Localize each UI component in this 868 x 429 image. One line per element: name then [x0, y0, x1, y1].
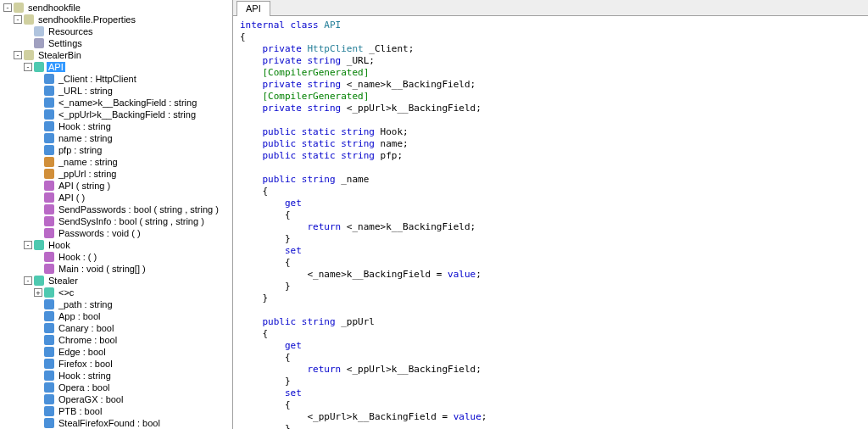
tree-label[interactable]: StealerBin: [36, 50, 83, 60]
code-token: {: [240, 328, 268, 339]
tree-label[interactable]: Hook : ( ): [57, 252, 98, 262]
ns-stealerbin[interactable]: -StealerBin: [3, 49, 232, 61]
code-line: public static string Hook;: [240, 126, 409, 137]
tree-label[interactable]: Hook: [47, 240, 72, 250]
code-token: [240, 387, 285, 398]
tree-label[interactable]: SendPasswords : bool ( string , string ): [57, 204, 220, 214]
code-view[interactable]: internal class API { private HttpClient …: [233, 16, 868, 429]
prp-ppurl[interactable]: _ppUrl : string: [3, 168, 232, 180]
tree-pane[interactable]: -sendhookfile-sendhookfile.Properties Re…: [0, 0, 233, 429]
fld-hook[interactable]: Hook : string: [3, 120, 232, 132]
toggle-icon[interactable]: -: [24, 276, 32, 285]
code-line: private HttpClient _Client;: [240, 43, 414, 54]
fld-canary[interactable]: Canary : bool: [3, 322, 232, 334]
fld-pfp[interactable]: pfp : string: [3, 144, 232, 156]
code-token: }: [240, 292, 268, 304]
fld-client[interactable]: _Client : HttpClient: [3, 73, 232, 85]
code-token: private: [263, 43, 308, 54]
mth-sendsysinfo[interactable]: SendSysInfo : bool ( string , string ): [3, 215, 232, 227]
toggle-icon[interactable]: -: [24, 63, 32, 71]
fld-name[interactable]: name : string: [3, 132, 232, 144]
tree-label[interactable]: API: [47, 62, 65, 72]
class-hook[interactable]: -Hook: [3, 239, 232, 251]
toggle-icon[interactable]: -: [14, 15, 22, 24]
fld-firefox[interactable]: Firefox : bool: [3, 358, 232, 370]
fld-ppurl-bk[interactable]: <_ppUrl>k__BackingField : string: [3, 109, 232, 120]
ctor-hook[interactable]: Hook : ( ): [3, 251, 232, 263]
fld-hook2[interactable]: Hook : string: [3, 370, 232, 382]
fld-operagx[interactable]: OperaGX : bool: [3, 393, 232, 405]
ns-sendhookfile[interactable]: -sendhookfile: [3, 2, 232, 14]
mth-passwords[interactable]: Passwords : void ( ): [3, 227, 232, 239]
tree-label[interactable]: Stealer: [47, 276, 80, 286]
fld-icon: [44, 418, 54, 428]
tree-label[interactable]: API ( ): [57, 192, 86, 203]
fld-name-bk[interactable]: <_name>k__BackingField : string: [3, 97, 232, 109]
fld-ff-found[interactable]: StealFirefoxFound : bool: [3, 417, 232, 429]
tree-label[interactable]: API ( string ): [57, 181, 112, 191]
mth-icon: [44, 204, 54, 214]
toggle-icon[interactable]: -: [14, 51, 22, 59]
tree-label[interactable]: _ppUrl : string: [57, 169, 118, 179]
tree-label[interactable]: _Client : HttpClient: [57, 74, 138, 84]
tree-label[interactable]: sendhookfile.Properties: [36, 14, 137, 25]
tree-label[interactable]: Main : void ( string[] ): [57, 264, 147, 274]
tree-label[interactable]: <_name>k__BackingField : string: [57, 98, 198, 108]
fld-ptb[interactable]: PTB : bool: [3, 405, 232, 417]
tree-label[interactable]: Chrome : bool: [57, 335, 119, 345]
fld-opera[interactable]: Opera : bool: [3, 382, 232, 393]
tree-label[interactable]: pfp : string: [57, 145, 103, 155]
ns-properties[interactable]: -sendhookfile.Properties: [3, 14, 232, 25]
code-line: {: [240, 399, 291, 410]
cls-icon: [34, 276, 44, 286]
fld-app[interactable]: App : bool: [3, 310, 232, 322]
fld-chrome[interactable]: Chrome : bool: [3, 334, 232, 346]
class-resources[interactable]: Resources: [3, 25, 232, 37]
tree-label[interactable]: _URL : string: [57, 86, 114, 96]
tree-label[interactable]: StealFirefoxFound : bool: [57, 418, 162, 428]
class-anon[interactable]: +<>c: [3, 287, 232, 298]
prp-name[interactable]: _name : string: [3, 156, 232, 168]
class-stealer[interactable]: -Stealer: [3, 275, 232, 287]
code-token: private: [263, 79, 308, 90]
toggle-icon: [34, 170, 42, 178]
tree-label[interactable]: _path : string: [57, 299, 114, 309]
tree-label[interactable]: App : bool: [57, 311, 103, 321]
tree-label[interactable]: Settings: [47, 38, 84, 48]
mth-sendpasswords[interactable]: SendPasswords : bool ( string , string ): [3, 203, 232, 215]
tree-label[interactable]: PTB : bool: [57, 406, 103, 416]
toggle-icon[interactable]: -: [24, 241, 32, 249]
tree-label[interactable]: Edge : bool: [57, 347, 108, 357]
tab-api[interactable]: API: [236, 1, 270, 16]
code-token: string: [307, 103, 346, 114]
tree-label[interactable]: Hook : string: [57, 370, 113, 381]
fld-edge[interactable]: Edge : bool: [3, 346, 232, 358]
toggle-icon: [34, 122, 42, 131]
tree-label[interactable]: <>c: [57, 287, 75, 298]
cctor-api[interactable]: API ( ): [3, 192, 232, 203]
class-settings[interactable]: Settings: [3, 37, 232, 49]
ctor-api[interactable]: API ( string ): [3, 180, 232, 192]
tree-label[interactable]: Opera : bool: [57, 382, 112, 393]
tree-label[interactable]: OperaGX : bool: [57, 394, 125, 404]
tree-label[interactable]: Passwords : void ( ): [57, 228, 142, 238]
mth-main[interactable]: Main : void ( string[] ): [3, 263, 232, 275]
tree-label[interactable]: SendSysInfo : bool ( string , string ): [57, 216, 206, 226]
code-token: [240, 150, 263, 161]
tree-label[interactable]: Firefox : bool: [57, 359, 114, 369]
toggle-icon[interactable]: -: [3, 3, 12, 12]
tree-label[interactable]: name : string: [57, 133, 114, 143]
tree-label[interactable]: Hook : string: [57, 121, 113, 131]
fld-url[interactable]: _URL : string: [3, 85, 232, 97]
fld-path[interactable]: _path : string: [3, 298, 232, 310]
tree-label[interactable]: <_ppUrl>k__BackingField : string: [57, 109, 198, 120]
tree-label[interactable]: Canary : bool: [57, 323, 115, 333]
tree-label[interactable]: Resources: [47, 26, 95, 36]
set-icon: [34, 38, 44, 48]
toggle-icon[interactable]: +: [34, 288, 42, 297]
mth-icon: [44, 264, 54, 274]
class-api[interactable]: -API: [3, 61, 232, 73]
tree-label[interactable]: _name : string: [57, 157, 120, 167]
tree-label[interactable]: sendhookfile: [26, 3, 82, 13]
code-line: }: [240, 423, 291, 429]
